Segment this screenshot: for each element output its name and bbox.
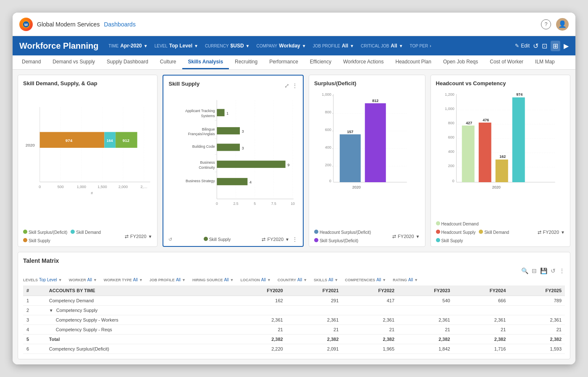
filter-critical-job[interactable]: CRITICAL JOB All ▼ bbox=[361, 43, 403, 49]
talent-filter-country[interactable]: COUNTRY All ▼ bbox=[278, 278, 307, 282]
tab-open-job-reqs[interactable]: Open Job Reqs bbox=[437, 55, 484, 69]
expand-icon[interactable]: ⤢ bbox=[284, 82, 289, 89]
svg-rect-31 bbox=[217, 109, 225, 116]
svg-text:164: 164 bbox=[107, 139, 113, 143]
svg-text:3: 3 bbox=[242, 146, 244, 150]
tab-workforce-actions[interactable]: Workforce Actions bbox=[337, 55, 389, 69]
svg-text:0: 0 bbox=[216, 202, 218, 206]
tab-demand[interactable]: Demand bbox=[16, 55, 47, 69]
table-row: 1 Competency Demand 162 291 417 540 666 … bbox=[23, 296, 565, 306]
skill-demand-supply-gap-footer: Skill Surplus/(Deficit) Skill Demand Ski… bbox=[23, 230, 152, 243]
headcount-vs-competency-panel: Headcount vs Competency 1,200 1,000 800 … bbox=[430, 75, 570, 247]
talent-filter-worker-type[interactable]: WORKER TYPE All ▼ bbox=[104, 278, 143, 282]
refresh-tool-icon[interactable]: ↺ bbox=[551, 267, 556, 274]
surplus-deficit-footer: Headcount Surplus/(Deficit) Skill Surplu… bbox=[314, 230, 420, 243]
svg-rect-74 bbox=[340, 134, 361, 182]
skill-demand-supply-gap-legend: Skill Surplus/(Deficit) Skill Demand Ski… bbox=[23, 230, 125, 243]
refresh-button[interactable]: ↺ bbox=[533, 42, 538, 50]
tab-performance[interactable]: Performance bbox=[263, 55, 304, 69]
filter-currency[interactable]: CURRENCY $USD ▼ bbox=[205, 43, 250, 49]
svg-text:427: 427 bbox=[466, 121, 472, 125]
grid-button[interactable]: ⊞ bbox=[551, 41, 560, 51]
tab-skills-analysis[interactable]: Skills Analysis bbox=[182, 55, 229, 69]
svg-rect-99 bbox=[512, 97, 525, 182]
help-icon[interactable]: ? bbox=[541, 19, 551, 29]
filter-time[interactable]: TIME Apr-2020 ▼ bbox=[109, 43, 148, 49]
tab-supply-dashboard[interactable]: Supply Dashboard bbox=[101, 55, 154, 69]
filter-tool-icon[interactable]: ⊟ bbox=[532, 267, 537, 274]
talent-filter-competencies[interactable]: COMPETENCIES All ▼ bbox=[345, 278, 386, 282]
svg-text:974: 974 bbox=[516, 92, 522, 97]
main-content: Skill Demand, Supply, & Gap bbox=[13, 70, 575, 364]
video-button[interactable]: ▶ bbox=[564, 42, 569, 50]
tab-headcount-plan[interactable]: Headcount Plan bbox=[389, 55, 437, 69]
svg-text:Systems: Systems bbox=[201, 114, 215, 118]
more-tool-icon[interactable]: ⋮ bbox=[559, 267, 565, 274]
user-avatar[interactable]: 👤 bbox=[556, 18, 569, 31]
svg-text:Building Code: Building Code bbox=[192, 144, 215, 149]
svg-rect-45 bbox=[217, 161, 286, 168]
headcount-vs-competency-fy-selector[interactable]: ⇄ FY2020 ▼ bbox=[538, 230, 565, 235]
svg-rect-49 bbox=[217, 178, 248, 185]
col-fy2023: FY2023 bbox=[398, 285, 454, 296]
refresh-small-icon[interactable]: ↺ bbox=[168, 237, 172, 242]
col-fy2024: FY2024 bbox=[454, 285, 509, 296]
more-options-icon[interactable]: ⋮ bbox=[292, 82, 298, 89]
camera-button[interactable]: ⊡ bbox=[542, 42, 547, 50]
edit-button[interactable]: ✎ Edit bbox=[515, 43, 530, 49]
skill-supply-more-icon[interactable]: ⋮ bbox=[292, 236, 298, 243]
talent-filter-skills[interactable]: SKILLS All ▼ bbox=[314, 278, 338, 282]
tab-demand-vs-supply[interactable]: Demand vs Supply bbox=[47, 55, 101, 69]
filter-top-per[interactable]: TOP PER › bbox=[410, 44, 431, 48]
svg-text:Business Strategy: Business Strategy bbox=[186, 179, 215, 183]
svg-text:Français/Anglais: Français/Anglais bbox=[188, 132, 215, 136]
page-title: Workforce Planning bbox=[19, 41, 99, 51]
svg-rect-93 bbox=[462, 126, 474, 182]
skill-demand-supply-gap-title: Skill Demand, Supply, & Gap bbox=[23, 80, 152, 86]
filter-level[interactable]: LEVEL Top Level ▼ bbox=[155, 43, 198, 49]
surplus-deficit-chart: 1,000 800 600 400 200 0 bbox=[314, 90, 420, 207]
tab-culture[interactable]: Culture bbox=[154, 55, 182, 69]
filter-company[interactable]: COMPANY Workday ▼ bbox=[256, 43, 306, 49]
svg-text:400: 400 bbox=[448, 149, 454, 154]
dashboards-link[interactable]: Dashboards bbox=[104, 21, 136, 28]
svg-text:10: 10 bbox=[291, 202, 295, 206]
svg-text:800: 800 bbox=[325, 110, 331, 114]
filter-job-profile[interactable]: JOB PROFILE All ▼ bbox=[313, 43, 354, 49]
header-bar: Workforce Planning TIME Apr-2020 ▼ LEVEL… bbox=[13, 36, 575, 55]
svg-text:Applicant Tracking: Applicant Tracking bbox=[185, 109, 215, 113]
header-actions: ✎ Edit ↺ ⊡ ⊞ ▶ bbox=[515, 41, 569, 51]
talent-matrix-toolbar: 🔍 ⊟ 💾 ↺ ⋮ bbox=[23, 267, 565, 274]
tab-ilm-map[interactable]: ILM Map bbox=[529, 55, 561, 69]
skill-demand-supply-gap-panel: Skill Demand, Supply, & Gap bbox=[18, 75, 158, 247]
search-tool-icon[interactable]: 🔍 bbox=[521, 267, 528, 274]
svg-text:1,500: 1,500 bbox=[97, 185, 107, 189]
tab-efficiency[interactable]: Efficiency bbox=[304, 55, 337, 69]
svg-text:600: 600 bbox=[325, 128, 331, 132]
talent-filter-location[interactable]: LOCATION All ▼ bbox=[240, 278, 270, 282]
talent-filter-job-profile[interactable]: JOB PROFILE All ▼ bbox=[150, 278, 186, 282]
surplus-deficit-fy-selector[interactable]: ⇄ FY2020 ▼ bbox=[392, 234, 420, 239]
svg-text:2.5: 2.5 bbox=[234, 202, 239, 206]
skill-demand-fy-selector[interactable]: ⇄ FY2020 ▼ bbox=[125, 234, 152, 239]
save-tool-icon[interactable]: 💾 bbox=[540, 267, 547, 274]
svg-text:1,000: 1,000 bbox=[322, 92, 331, 97]
skill-supply-chart: Applicant Tracking Systems 1 Bilingue Fr… bbox=[168, 94, 297, 220]
svg-text:3: 3 bbox=[242, 129, 244, 134]
tab-recruiting[interactable]: Recruiting bbox=[229, 55, 263, 69]
talent-filter-worker[interactable]: WORKER All ▼ bbox=[69, 278, 97, 282]
col-fy2020: FY2020 bbox=[231, 285, 286, 296]
surplus-deficit-panel: Surplus/(Deficit) 1,000 800 600 400 bbox=[309, 75, 425, 247]
talent-filter-levels[interactable]: LEVELS Top Level ▼ bbox=[23, 278, 62, 282]
svg-text:974: 974 bbox=[66, 138, 73, 143]
tab-cost-of-worker[interactable]: Cost of Worker bbox=[484, 55, 529, 69]
table-row: 5 Total 2,382 2,382 2,382 2,382 2,382 2,… bbox=[23, 335, 565, 344]
talent-filter-rating[interactable]: RATING All ▼ bbox=[393, 278, 418, 282]
talent-filter-hiring-source[interactable]: HIRING SOURCE All ▼ bbox=[192, 278, 234, 282]
svg-text:162: 162 bbox=[499, 154, 506, 159]
skill-supply-fy-selector[interactable]: ⇄ FY2020 ▼ bbox=[262, 237, 289, 242]
svg-text:812: 812 bbox=[372, 99, 378, 103]
headcount-vs-competency-legend: Headcount Demand Headcount Supply Skill … bbox=[436, 221, 520, 243]
col-num: # bbox=[23, 285, 46, 296]
skill-demand-supply-gap-chart: 2020 974 164 912 bbox=[23, 98, 152, 207]
